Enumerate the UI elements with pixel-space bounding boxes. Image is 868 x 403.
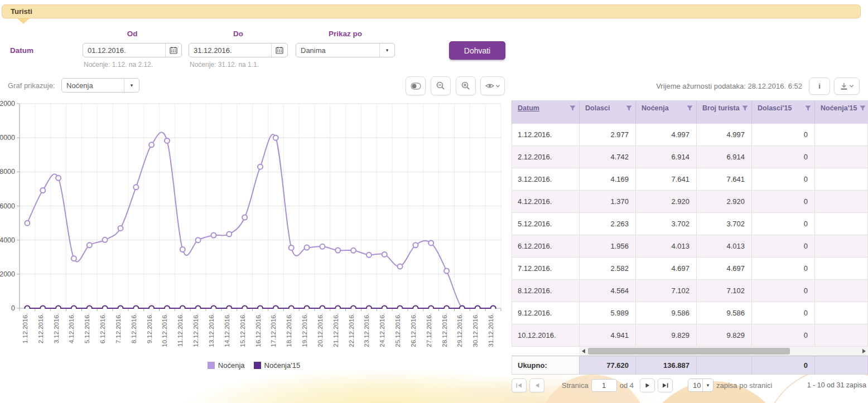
date-to-note: Noćenje: 31.12. na 1.1. (190, 61, 259, 69)
cell-value: 4.013 (697, 235, 752, 258)
filter-icon (687, 105, 693, 111)
filter-icon (860, 105, 866, 111)
table-row[interactable]: 6.12.2016.1.9564.0134.0130 (512, 235, 868, 258)
cell-value: 9.829 (697, 324, 752, 347)
hscroll-left-arrow-icon[interactable] (579, 347, 587, 356)
legend-swatch-icon (208, 362, 215, 369)
zoom-in-button[interactable] (456, 76, 476, 95)
table-row[interactable]: 1.12.2016.2.9774.9974.9970 (512, 124, 868, 146)
column-filter-button[interactable] (742, 105, 748, 113)
cell-value (815, 191, 868, 213)
visibility-menu-button[interactable] (480, 76, 505, 95)
cell-value (815, 324, 868, 347)
column-filter-button[interactable] (860, 105, 866, 113)
prikaz-po-value: Danima (296, 46, 379, 55)
x-axis-label: 13.12.2016. (208, 313, 215, 352)
toggle-series-button[interactable] (406, 76, 426, 95)
hscroll-right-arrow-icon[interactable] (860, 347, 868, 356)
column-header-label: Broj turista (702, 104, 740, 113)
cell-value: 6.914 (636, 146, 697, 168)
column-header-1[interactable]: Datum (512, 100, 580, 124)
column-filter-button[interactable] (626, 105, 632, 113)
chevron-down-icon: ▾ (702, 379, 713, 391)
table-row[interactable]: 3.12.2016.4.1697.6417.6410 (512, 168, 868, 191)
x-axis-label: 10.12.2016. (161, 313, 168, 352)
prikaz-po-select[interactable]: Danima ▾ (296, 43, 395, 57)
page-number-input[interactable] (591, 379, 617, 392)
table-hscrollbar (512, 347, 868, 356)
column-filter-button[interactable] (570, 105, 576, 113)
cell-datum: 2.12.2016. (512, 146, 580, 168)
zoom-out-button[interactable] (431, 76, 451, 95)
legend-item[interactable]: Noćenja'15 (254, 361, 301, 370)
cell-value: 0 (752, 280, 815, 302)
table-row[interactable]: 7.12.2016.2.5824.6974.6970 (512, 258, 868, 280)
hscroll-thumb[interactable] (588, 348, 790, 355)
footer-total-value: 136.887 (636, 356, 697, 374)
table-row[interactable]: 4.12.2016.1.3702.9202.9200 (512, 191, 868, 213)
table-row[interactable]: 9.12.2016.5.9899.5869.5860 (512, 302, 868, 324)
cell-datum: 7.12.2016. (512, 258, 580, 280)
column-header-2[interactable]: Dolasci (580, 100, 636, 124)
column-header-4[interactable]: Broj turista (697, 100, 752, 124)
column-header-6[interactable]: Noćenja'15 (815, 100, 868, 124)
table-row[interactable]: 2.12.2016.4.7426.9146.9140 (512, 146, 868, 168)
x-axis-label: 25.12.2016. (394, 313, 402, 352)
info-icon: i (818, 82, 821, 90)
column-filter-button[interactable] (687, 105, 693, 113)
cell-datum: 1.12.2016. (512, 124, 580, 146)
chart-legend: NoćenjaNoćenja'15 (0, 361, 508, 370)
cell-value: 1.370 (580, 191, 636, 213)
export-menu-button[interactable] (834, 77, 860, 95)
date-to-input[interactable] (189, 43, 271, 57)
filter-icon (626, 105, 632, 111)
cell-value (815, 235, 868, 258)
legend-item[interactable]: Noćenja (208, 361, 245, 370)
svg-text:2000: 2000 (0, 270, 15, 278)
cell-value: 6.914 (697, 146, 752, 168)
dohvati-button[interactable]: Dohvati (449, 41, 505, 60)
chart-canvas: 020004000600080001000012000 (0, 100, 508, 313)
table-body: 1.12.2016.2.9774.9974.99702.12.2016.4.74… (512, 124, 868, 347)
info-button[interactable]: i (809, 77, 830, 95)
first-page-button[interactable] (512, 378, 527, 392)
calendar-icon[interactable] (165, 43, 181, 57)
x-axis-label: 15.12.2016. (239, 313, 247, 352)
series-nocenja15 (25, 306, 495, 311)
x-axis-label: 20.12.2016. (316, 313, 324, 352)
table-row[interactable]: 5.12.2016.2.2633.7023.7020 (512, 213, 868, 235)
x-axis-label: 30.12.2016. (471, 313, 479, 352)
data-updated-text: Vrijeme ažurnosti podataka: 28.12.2016. … (642, 82, 802, 90)
tab-turisti-label: Turisti (11, 7, 32, 16)
date-from-input[interactable] (83, 43, 165, 57)
cell-value: 9.586 (636, 302, 697, 324)
last-page-button[interactable] (658, 378, 673, 392)
cell-datum: 10.12.2016. (512, 324, 580, 347)
graf-prikazuje-value: Noćenja (62, 81, 124, 90)
table-row[interactable]: 10.12.2016.4.9419.8299.8290 (512, 324, 868, 347)
page-size-label: zapisa po stranici (716, 381, 772, 390)
tab-turisti[interactable]: Turisti (2, 4, 861, 18)
column-filter-button[interactable] (805, 105, 811, 113)
x-axis-label: 14.12.2016. (223, 313, 231, 352)
cell-value: 0 (752, 302, 815, 324)
next-page-button[interactable] (640, 378, 655, 392)
cell-datum: 4.12.2016. (512, 191, 580, 213)
cell-value: 0 (752, 146, 815, 168)
column-header-3[interactable]: Noćenja (636, 100, 697, 124)
table-row[interactable]: 8.12.2016.4.5647.1027.1020 (512, 280, 868, 302)
prev-page-button[interactable] (529, 378, 544, 392)
x-axis-label: 27.12.2016. (425, 313, 433, 352)
footer-total-value (697, 356, 752, 374)
calendar-icon[interactable] (271, 43, 287, 57)
cell-value: 0 (752, 168, 815, 191)
zoom-in-icon (461, 81, 470, 90)
column-header-5[interactable]: Dolasci'15 (752, 100, 815, 124)
x-axis-label: 23.12.2016. (363, 313, 370, 352)
x-axis-label: 4.12.2016. (67, 313, 75, 352)
graf-prikazuje-select[interactable]: Noćenja ▾ (61, 78, 139, 93)
page-size-select[interactable]: 10 ▾ (688, 378, 713, 392)
table-header-row: DatumDolasciNoćenjaBroj turistaDolasci'1… (512, 100, 868, 124)
cell-value (815, 280, 868, 302)
download-icon (840, 82, 848, 90)
